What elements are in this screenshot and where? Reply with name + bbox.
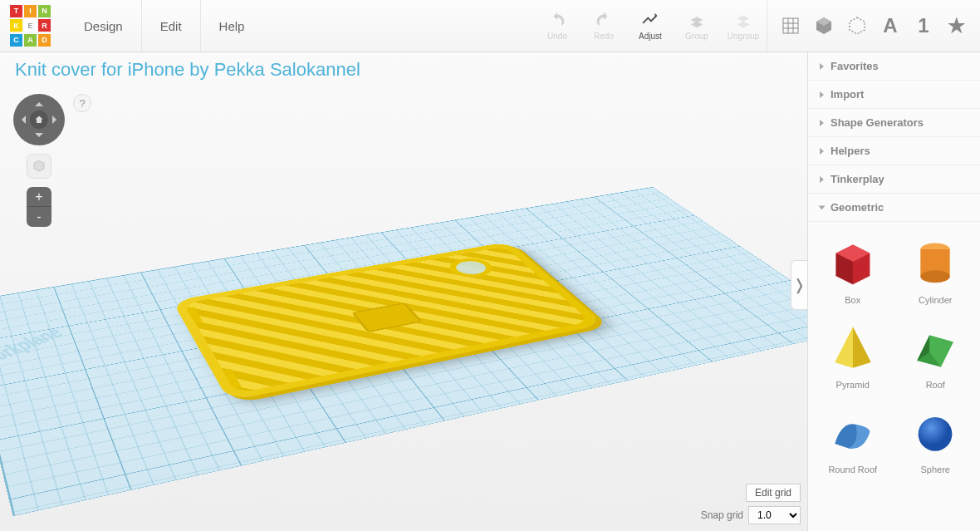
shape-label: Pyramid xyxy=(836,380,870,390)
chevron-right-icon xyxy=(820,63,824,70)
group-icon xyxy=(688,11,706,29)
redo-button[interactable]: Redo xyxy=(581,0,627,52)
panel-label: Helpers xyxy=(831,145,870,157)
home-view-button[interactable] xyxy=(30,111,48,129)
solid-shape-icon[interactable] xyxy=(812,14,835,37)
ungroup-icon xyxy=(734,11,752,29)
workplane-tool-icon[interactable] xyxy=(779,14,802,37)
view-controls: + - xyxy=(13,94,65,227)
panel-label: Shape Generators xyxy=(831,116,924,129)
shape-label: Round Roof xyxy=(828,465,877,474)
shape-label: Cylinder xyxy=(919,295,952,305)
shape-label: Box xyxy=(845,295,860,305)
undo-icon xyxy=(548,11,566,29)
chevron-right-icon xyxy=(820,120,824,126)
tinkercad-logo[interactable]: TINKERCAD xyxy=(5,0,57,52)
viewport-3d[interactable]: Knit cover for iPhone by Pekka Salokanne… xyxy=(0,52,807,531)
shape-label: Roof xyxy=(926,380,945,390)
panel-label: Import xyxy=(831,88,864,101)
edit-grid-button[interactable]: Edit grid xyxy=(746,484,801,502)
ungroup-label: Ungroup xyxy=(728,32,759,41)
orbit-left-icon[interactable] xyxy=(17,116,26,124)
zoom-in-button[interactable]: + xyxy=(27,187,51,207)
group-button[interactable]: Group xyxy=(674,0,720,52)
ungroup-button[interactable]: Ungroup xyxy=(720,0,767,52)
menu-design[interactable]: Design xyxy=(66,0,142,52)
orbit-down-icon[interactable] xyxy=(35,133,43,141)
action-toolbar: Undo Redo Adjust Group Ungroup xyxy=(534,0,767,52)
cylinder-icon xyxy=(905,232,965,292)
shape-mode-toolbar: A 1 ★ xyxy=(767,0,980,52)
chevron-right-icon xyxy=(820,176,824,183)
adjust-icon xyxy=(641,11,659,29)
shape-pyramid[interactable]: Pyramid xyxy=(813,313,893,393)
box-icon xyxy=(823,232,883,292)
menu-edit[interactable]: Edit xyxy=(142,0,201,52)
panel-label: Favorites xyxy=(831,60,879,72)
chevron-right-icon xyxy=(820,91,824,98)
undo-label: Undo xyxy=(547,32,567,41)
collapse-sidebar-button[interactable]: ❭ xyxy=(791,260,807,310)
svg-rect-0 xyxy=(783,18,798,33)
cube-icon xyxy=(32,159,47,174)
panel-shape-generators[interactable]: Shape Generators xyxy=(808,109,980,137)
shape-sphere[interactable]: Sphere xyxy=(896,398,976,478)
orbit-right-icon[interactable] xyxy=(52,116,61,124)
shape-roof[interactable]: Roof xyxy=(896,313,976,393)
panel-favorites[interactable]: Favorites xyxy=(808,52,980,81)
panel-geometric[interactable]: Geometric xyxy=(808,194,980,222)
shape-cylinder[interactable]: Cylinder xyxy=(896,229,976,308)
text-shape-icon[interactable]: A xyxy=(879,14,902,37)
shape-round-roof[interactable]: Round Roof xyxy=(813,398,893,478)
home-icon xyxy=(34,115,44,125)
main-area: Knit cover for iPhone by Pekka Salokanne… xyxy=(0,52,980,531)
panel-label: Geometric xyxy=(831,201,884,214)
main-menu: Design Edit Help xyxy=(66,0,262,52)
round-roof-icon xyxy=(823,401,883,461)
adjust-button[interactable]: Adjust xyxy=(627,0,674,52)
adjust-label: Adjust xyxy=(639,32,662,41)
svg-point-3 xyxy=(921,270,950,283)
undo-button[interactable]: Undo xyxy=(534,0,581,52)
help-button[interactable]: ? xyxy=(73,94,91,112)
grid-controls: Edit grid Snap grid 1.0 xyxy=(701,484,801,524)
number-shape-icon[interactable]: 1 xyxy=(912,14,935,37)
orbit-up-icon[interactable] xyxy=(35,98,43,106)
orbit-control[interactable] xyxy=(13,94,65,145)
shapes-sidebar: Favorites Import Shape Generators Helper… xyxy=(807,52,980,531)
panel-import[interactable]: Import xyxy=(808,81,980,109)
redo-label: Redo xyxy=(594,32,614,41)
panel-helpers[interactable]: Helpers xyxy=(808,137,980,165)
roof-icon xyxy=(905,317,965,376)
fit-view-button[interactable] xyxy=(27,154,51,179)
group-label: Group xyxy=(685,32,708,41)
snap-grid-select[interactable]: 1.0 xyxy=(748,506,801,524)
chevron-right-icon xyxy=(820,148,824,155)
menu-help[interactable]: Help xyxy=(201,0,263,52)
chevron-down-icon xyxy=(819,205,826,209)
snap-grid-label: Snap grid xyxy=(701,509,743,521)
shape-box[interactable]: Box xyxy=(813,229,893,308)
svg-point-4 xyxy=(919,417,953,451)
zoom-out-button[interactable]: - xyxy=(27,207,51,227)
zoom-control: + - xyxy=(27,187,51,227)
top-toolbar: TINKERCAD Design Edit Help Undo Redo Adj… xyxy=(0,0,980,52)
hole-shape-icon[interactable] xyxy=(845,14,869,37)
geometric-shapes-grid: Box Cylinder Pyramid Roof xyxy=(808,222,980,488)
redo-icon xyxy=(595,11,613,29)
project-title[interactable]: Knit cover for iPhone by Pekka Salokanne… xyxy=(15,59,360,81)
shape-label: Sphere xyxy=(921,465,950,474)
pyramid-icon xyxy=(823,317,883,376)
sphere-icon xyxy=(905,401,965,461)
panel-tinkerplay[interactable]: Tinkerplay xyxy=(808,165,980,194)
favorites-icon[interactable]: ★ xyxy=(945,14,968,37)
panel-label: Tinkerplay xyxy=(831,173,884,185)
